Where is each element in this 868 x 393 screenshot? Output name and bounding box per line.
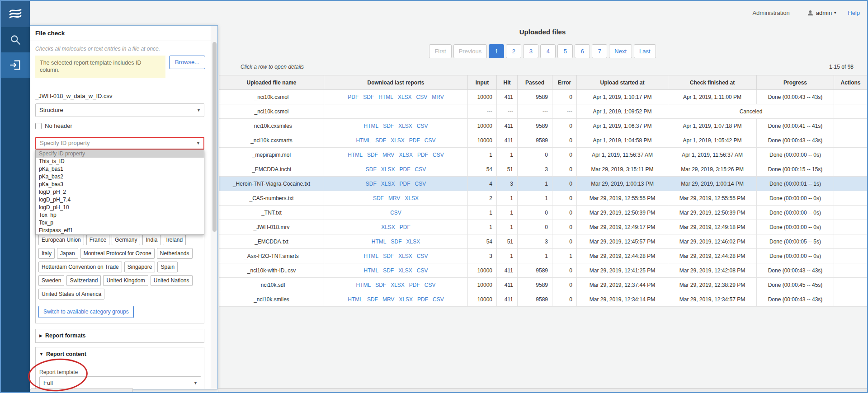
- download-link-html[interactable]: HTML: [378, 94, 393, 100]
- switch-category-groups-button[interactable]: Switch to available category groups: [38, 306, 134, 318]
- download-link-mrv[interactable]: MRV: [388, 195, 400, 201]
- download-link-sdf[interactable]: SDF: [367, 152, 378, 158]
- id-option-pka-bas2[interactable]: pKa_bas2: [36, 173, 204, 181]
- table-row[interactable]: _JWH-018.mrvXLSXPDF1100Mar 29, 2019, 12:…: [219, 220, 868, 234]
- download-link-html[interactable]: HTML: [348, 152, 363, 158]
- report-formats-section[interactable]: ▶Report formats: [35, 329, 204, 343]
- id-property-select[interactable]: Specify ID property ▼: [35, 137, 204, 150]
- table-row[interactable]: _nci10k.csmol------------Apr 1, 2019, 1:…: [219, 104, 868, 119]
- download-link-xlsx[interactable]: XLSX: [398, 267, 412, 274]
- category-chip-germany[interactable]: Germany: [112, 234, 140, 245]
- download-link-csv[interactable]: CSV: [425, 282, 436, 288]
- table-row[interactable]: _mepirapim.molHTMLSDFMRVXLSXPDFCSV1100Ap…: [219, 148, 868, 162]
- id-option-this-is-id[interactable]: This_is_ID: [36, 158, 204, 165]
- download-link-xlsx[interactable]: XLSX: [399, 152, 413, 158]
- download-link-pdf[interactable]: PDF: [400, 166, 410, 173]
- category-chip-ireland[interactable]: Ireland: [163, 234, 186, 245]
- download-link-sdf[interactable]: SDF: [366, 181, 377, 187]
- download-link-html[interactable]: HTML: [363, 123, 378, 129]
- page-button-1[interactable]: 1: [489, 44, 504, 58]
- category-chip-united-states-of-america[interactable]: United States of America: [38, 289, 104, 299]
- download-link-sdf[interactable]: SDF: [391, 239, 401, 245]
- download-link-sdf[interactable]: SDF: [375, 282, 386, 288]
- download-link-xlsx[interactable]: XLSX: [406, 239, 420, 245]
- search-nav-item[interactable]: [1, 27, 30, 52]
- id-option-tox-p[interactable]: Tox_p: [36, 219, 204, 227]
- download-link-pdf[interactable]: PDF: [409, 137, 420, 144]
- download-link-sdf[interactable]: SDF: [363, 94, 374, 100]
- page-button-2[interactable]: 2: [506, 44, 521, 58]
- download-link-csv[interactable]: CSV: [416, 94, 428, 100]
- download-link-pdf[interactable]: PDF: [409, 282, 420, 288]
- download-link-pdf[interactable]: PDF: [348, 94, 359, 100]
- download-link-csv[interactable]: CSV: [415, 166, 426, 173]
- download-link-sdf[interactable]: SDF: [383, 253, 394, 259]
- table-row[interactable]: _nci10k-with-ID..csvHTMLSDFXLSXCSV100004…: [219, 263, 868, 278]
- download-link-csv[interactable]: CSV: [425, 137, 436, 144]
- download-link-pdf[interactable]: PDF: [400, 224, 410, 230]
- download-link-csv[interactable]: CSV: [433, 152, 444, 158]
- category-chip-european-union[interactable]: European Union: [38, 234, 84, 245]
- category-chip-switzerland[interactable]: Switzerland: [66, 275, 101, 286]
- download-link-sdf[interactable]: SDF: [375, 137, 386, 144]
- category-chip-united-nations[interactable]: United Nations: [151, 275, 193, 286]
- id-option-logd-ph-7-4[interactable]: logD_pH_7.4: [36, 196, 204, 204]
- id-option-tox-hp[interactable]: Tox_hp: [36, 211, 204, 219]
- table-row[interactable]: _CAS-numbers.txtSDFMRVXLSX2110Mar 29, 20…: [219, 191, 868, 206]
- download-link-sdf[interactable]: SDF: [373, 195, 384, 201]
- file-check-nav-item[interactable]: [1, 52, 30, 78]
- report-template-select[interactable]: Full ▼: [39, 376, 201, 389]
- download-link-xlsx[interactable]: XLSX: [399, 296, 413, 303]
- page-button-5[interactable]: 5: [557, 44, 573, 58]
- download-link-xlsx[interactable]: XLSX: [398, 123, 412, 129]
- download-link-mrv[interactable]: MRV: [382, 152, 394, 158]
- id-option-logd-ph-2[interactable]: logD_pH_2: [36, 188, 204, 196]
- table-row[interactable]: _nci10k.sdfHTMLSDFXLSXPDFCSV100004119589…: [219, 278, 868, 292]
- download-link-sdf[interactable]: SDF: [383, 267, 394, 274]
- download-link-html[interactable]: HTML: [363, 267, 378, 274]
- no-header-checkbox[interactable]: No header: [35, 122, 72, 129]
- category-chip-montreal-protocol-for-ozone[interactable]: Montreal Protocol for Ozone: [80, 248, 155, 259]
- scrollbar-thumb[interactable]: [212, 42, 217, 232]
- page-button-last[interactable]: Last: [634, 44, 656, 58]
- page-button-6[interactable]: 6: [575, 44, 590, 58]
- browse-button[interactable]: Browse...: [169, 56, 205, 69]
- download-link-xlsx[interactable]: XLSX: [391, 137, 405, 144]
- download-link-xlsx[interactable]: XLSX: [405, 195, 419, 201]
- category-chip-singapore[interactable]: Singapore: [124, 262, 156, 272]
- download-link-pdf[interactable]: PDF: [417, 152, 428, 158]
- input-type-select[interactable]: Structure ▼: [35, 103, 204, 117]
- table-row[interactable]: _nci10k.cxsmartsHTMLSDFXLSXPDFCSV1000041…: [219, 133, 868, 148]
- download-link-csv[interactable]: CSV: [415, 181, 426, 187]
- download-link-csv[interactable]: CSV: [417, 253, 428, 259]
- report-content-header[interactable]: ▼Report content: [39, 351, 86, 357]
- download-link-mrv[interactable]: MRV: [382, 296, 394, 303]
- table-row[interactable]: _nci10k.csmolPDFSDFHTMLXLSXCSVMRV1000041…: [219, 90, 868, 104]
- category-chip-rotterdam-convention-on-trade[interactable]: Rotterdam Convention on Trade: [38, 262, 122, 272]
- table-row[interactable]: _nci10k.cxsmilesHTMLSDFXLSXCSV1000041195…: [219, 119, 868, 133]
- download-link-html[interactable]: HTML: [348, 296, 363, 303]
- table-row[interactable]: _Asx-H2O-TNT.smartsHTMLSDFXLSXCSV3111Mar…: [219, 249, 868, 263]
- download-link-xlsx[interactable]: XLSX: [391, 282, 405, 288]
- panel-scrollbar[interactable]: [211, 26, 217, 389]
- download-link-html[interactable]: HTML: [372, 239, 387, 245]
- category-chip-india[interactable]: India: [142, 234, 160, 245]
- table-row[interactable]: _nci10k.smilesHTMLSDFMRVXLSXPDFCSV100004…: [219, 292, 868, 307]
- category-chip-sweden[interactable]: Sweden: [38, 275, 64, 286]
- download-link-pdf[interactable]: PDF: [417, 296, 428, 303]
- download-link-sdf[interactable]: SDF: [383, 123, 394, 129]
- id-option-pka-bas3[interactable]: pKa_bas3: [36, 181, 204, 188]
- download-link-html[interactable]: HTML: [356, 282, 371, 288]
- download-link-xlsx[interactable]: XLSX: [398, 94, 412, 100]
- id-option-logd-ph-10[interactable]: logD_pH_10: [36, 204, 204, 211]
- page-button-next[interactable]: Next: [609, 44, 632, 58]
- id-option-firstpass-eff1[interactable]: Firstpass_eff1: [36, 227, 204, 234]
- page-button-4[interactable]: 4: [540, 44, 556, 58]
- id-option-specify-id-property[interactable]: Specify ID property: [36, 150, 204, 158]
- download-link-csv[interactable]: CSV: [417, 123, 428, 129]
- table-row[interactable]: _Heroin-TNT-Viagra-Cocaine.txtSDFXLSXPDF…: [219, 177, 868, 191]
- category-chip-italy[interactable]: Italy: [38, 248, 55, 259]
- category-chip-france[interactable]: France: [86, 234, 109, 245]
- download-link-xlsx[interactable]: XLSX: [381, 181, 395, 187]
- download-link-sdf[interactable]: SDF: [367, 296, 378, 303]
